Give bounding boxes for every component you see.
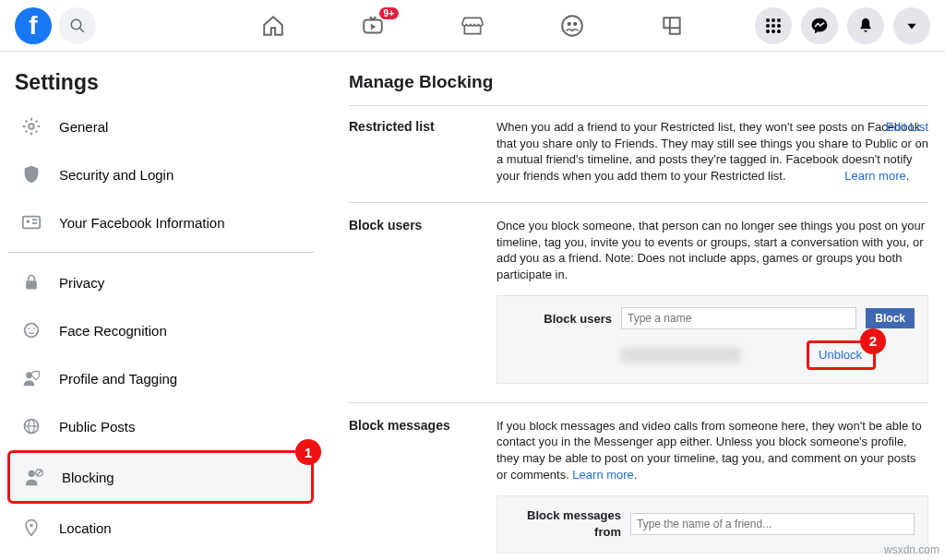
- top-bar: f 9+: [0, 0, 945, 52]
- section-restricted: Restricted list Edit List When you add a…: [349, 119, 928, 203]
- messenger-button[interactable]: [801, 7, 838, 44]
- block-messages-box: Block messages from: [496, 495, 928, 554]
- svg-point-27: [33, 328, 35, 329]
- tag-icon: [15, 362, 48, 395]
- sidebar-item-yourinfo[interactable]: Your Facebook Information: [7, 198, 314, 246]
- account-button[interactable]: [893, 7, 930, 44]
- grid-icon: [765, 18, 782, 34]
- svg-point-11: [777, 18, 781, 22]
- svg-point-32: [29, 471, 35, 477]
- svg-point-15: [766, 30, 770, 33]
- unblock-link[interactable]: Unblock 2: [807, 340, 876, 370]
- svg-point-25: [25, 324, 39, 338]
- svg-point-17: [777, 30, 781, 33]
- section-block-users: Block users Once you block someone, that…: [349, 218, 928, 403]
- center-nav: 9+: [260, 0, 685, 52]
- sidebar-item-privacy[interactable]: Privacy: [7, 258, 314, 306]
- settings-sidebar: Settings General Security and Login Your…: [0, 52, 321, 560]
- section-block-messages: Block messages If you block messages and…: [349, 418, 928, 560]
- block-messages-text: If you block messages and video calls fr…: [496, 419, 922, 482]
- divider: [7, 252, 314, 253]
- block-users-sublabel: Block users: [510, 311, 612, 328]
- svg-point-16: [772, 30, 775, 33]
- svg-point-21: [27, 220, 30, 223]
- sidebar-item-label: Privacy: [59, 275, 104, 291]
- sidebar-item-label: Location: [59, 520, 112, 536]
- learn-more-link[interactable]: Learn more: [844, 169, 905, 183]
- gear-icon: [15, 110, 48, 143]
- blocking-icon: [18, 460, 51, 494]
- svg-point-13: [772, 24, 775, 28]
- svg-point-6: [562, 16, 582, 36]
- location-icon: [15, 511, 48, 544]
- sidebar-item-publicposts[interactable]: Public Posts: [7, 402, 314, 450]
- svg-point-12: [766, 24, 770, 28]
- settings-title: Settings: [7, 66, 314, 102]
- sidebar-item-label: Public Posts: [59, 419, 136, 435]
- watermark: wsxdn.com: [884, 543, 939, 556]
- chevron-down-icon: [905, 19, 918, 32]
- face-icon: [15, 314, 48, 347]
- divider: [349, 105, 928, 106]
- svg-marker-3: [371, 24, 376, 30]
- svg-point-19: [29, 124, 34, 129]
- sidebar-item-label: General: [59, 119, 108, 135]
- watch-badge: 9+: [379, 7, 399, 19]
- svg-point-35: [30, 524, 32, 527]
- sidebar-item-general[interactable]: General: [7, 102, 314, 150]
- sidebar-item-security[interactable]: Security and Login: [7, 150, 314, 198]
- messenger-icon: [810, 17, 829, 35]
- block-messages-input[interactable]: [630, 513, 915, 535]
- globe-icon: [15, 410, 48, 443]
- svg-point-9: [766, 18, 770, 22]
- home-icon[interactable]: [260, 13, 286, 39]
- learn-more-link[interactable]: Learn more: [572, 468, 633, 482]
- svg-point-7: [568, 22, 571, 26]
- facebook-logo[interactable]: f: [15, 7, 52, 44]
- sidebar-item-profiletag[interactable]: Profile and Tagging: [7, 354, 314, 402]
- sidebar-item-blocking[interactable]: Blocking: [7, 450, 314, 504]
- groups-icon[interactable]: [559, 13, 585, 39]
- svg-line-1: [79, 28, 84, 32]
- gaming-icon[interactable]: [659, 13, 685, 39]
- bell-icon: [856, 17, 875, 35]
- sidebar-item-label: Profile and Tagging: [59, 371, 177, 387]
- right-nav: [755, 7, 930, 44]
- block-users-text: Once you block someone, that person can …: [496, 219, 925, 281]
- edit-list-link[interactable]: Edit List: [886, 119, 928, 136]
- svg-line-34: [37, 471, 42, 476]
- search-icon: [69, 18, 86, 34]
- section-label: Restricted list: [349, 119, 496, 184]
- menu-button[interactable]: [755, 7, 792, 44]
- shield-icon: [15, 158, 48, 191]
- sidebar-item-label: Blocking: [62, 470, 114, 485]
- sidebar-item-label: Face Recognition: [59, 323, 167, 339]
- sidebar-item-label: Your Facebook Information: [59, 215, 225, 231]
- search-button[interactable]: [59, 7, 96, 44]
- block-users-box: Block users Block Unblock 2: [496, 295, 928, 384]
- watch-icon[interactable]: 9+: [360, 13, 386, 39]
- svg-marker-18: [907, 23, 915, 29]
- notifications-button[interactable]: [847, 7, 884, 44]
- page-title: Manage Blocking: [349, 72, 928, 92]
- annotation-2: 2: [860, 328, 886, 354]
- lock-icon: [15, 266, 48, 299]
- section-label: Block users: [349, 218, 496, 384]
- blocked-user-name: [621, 348, 741, 363]
- svg-point-8: [573, 22, 577, 26]
- sidebar-item-label: Security and Login: [59, 167, 173, 183]
- svg-point-0: [71, 19, 81, 30]
- svg-point-26: [28, 328, 30, 329]
- info-card-icon: [15, 206, 48, 239]
- sidebar-item-language[interactable]: Aa Language and Region: [7, 552, 314, 560]
- svg-point-14: [777, 24, 781, 28]
- svg-rect-24: [26, 280, 37, 289]
- svg-point-10: [772, 18, 775, 22]
- block-button[interactable]: Block: [866, 308, 915, 328]
- sidebar-item-face[interactable]: Face Recognition: [7, 306, 314, 354]
- annotation-1: 1: [295, 439, 321, 465]
- marketplace-icon[interactable]: [460, 13, 485, 39]
- block-users-input[interactable]: [621, 307, 856, 329]
- sidebar-item-location[interactable]: Location: [7, 504, 314, 552]
- content-area: Manage Blocking Restricted list Edit Lis…: [321, 52, 945, 560]
